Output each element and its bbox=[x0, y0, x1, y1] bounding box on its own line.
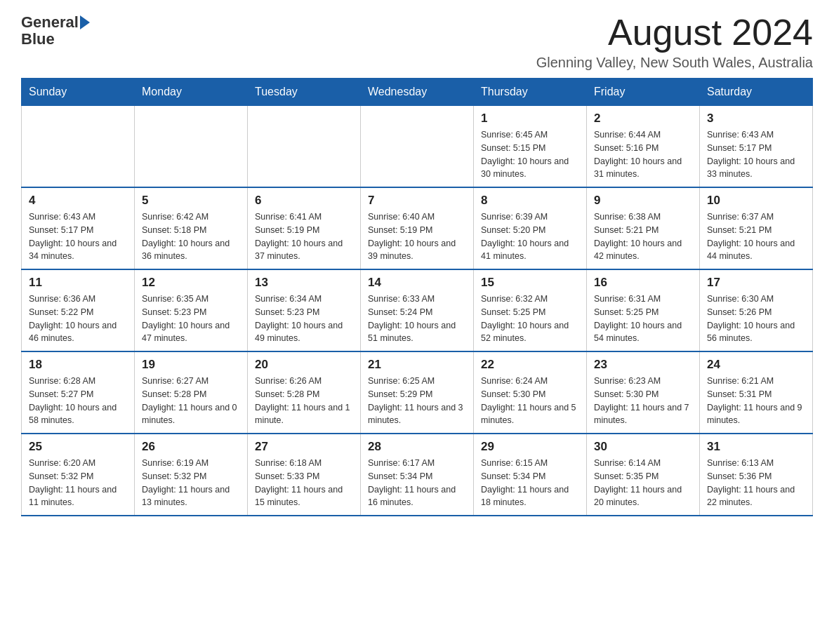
calendar-cell: 19Sunrise: 6:27 AMSunset: 5:28 PMDayligh… bbox=[135, 351, 248, 434]
day-info: Sunrise: 6:37 AMSunset: 5:21 PMDaylight:… bbox=[707, 210, 805, 263]
calendar-cell: 5Sunrise: 6:42 AMSunset: 5:18 PMDaylight… bbox=[135, 187, 248, 269]
day-number: 20 bbox=[255, 358, 353, 372]
calendar-cell bbox=[22, 106, 135, 188]
day-info: Sunrise: 6:32 AMSunset: 5:25 PMDaylight:… bbox=[481, 293, 579, 345]
calendar-cell: 25Sunrise: 6:20 AMSunset: 5:32 PMDayligh… bbox=[22, 434, 135, 516]
day-info: Sunrise: 6:35 AMSunset: 5:23 PMDaylight:… bbox=[142, 293, 240, 345]
day-number: 6 bbox=[255, 194, 353, 208]
calendar-cell: 11Sunrise: 6:36 AMSunset: 5:22 PMDayligh… bbox=[22, 269, 135, 351]
calendar-cell: 12Sunrise: 6:35 AMSunset: 5:23 PMDayligh… bbox=[135, 269, 248, 351]
column-header-sunday: Sunday bbox=[22, 79, 135, 106]
day-number: 16 bbox=[594, 276, 692, 290]
calendar-cell: 4Sunrise: 6:43 AMSunset: 5:17 PMDaylight… bbox=[22, 187, 135, 269]
day-info: Sunrise: 6:14 AMSunset: 5:35 PMDaylight:… bbox=[594, 457, 692, 509]
day-number: 15 bbox=[481, 276, 579, 290]
calendar-cell: 2Sunrise: 6:44 AMSunset: 5:16 PMDaylight… bbox=[587, 106, 700, 188]
column-header-monday: Monday bbox=[135, 79, 248, 106]
day-number: 28 bbox=[368, 440, 466, 454]
calendar-cell: 31Sunrise: 6:13 AMSunset: 5:36 PMDayligh… bbox=[700, 434, 813, 516]
calendar-cell: 8Sunrise: 6:39 AMSunset: 5:20 PMDaylight… bbox=[474, 187, 587, 269]
calendar-cell: 26Sunrise: 6:19 AMSunset: 5:32 PMDayligh… bbox=[135, 434, 248, 516]
day-number: 12 bbox=[142, 276, 240, 290]
day-number: 19 bbox=[142, 358, 240, 372]
day-number: 21 bbox=[368, 358, 466, 372]
day-number: 1 bbox=[481, 112, 579, 126]
day-info: Sunrise: 6:25 AMSunset: 5:29 PMDaylight:… bbox=[368, 375, 466, 427]
day-number: 26 bbox=[142, 440, 240, 454]
calendar-week-row: 18Sunrise: 6:28 AMSunset: 5:27 PMDayligh… bbox=[22, 351, 813, 434]
day-number: 9 bbox=[594, 194, 692, 208]
calendar-cell: 13Sunrise: 6:34 AMSunset: 5:23 PMDayligh… bbox=[248, 269, 361, 351]
calendar-cell: 7Sunrise: 6:40 AMSunset: 5:19 PMDaylight… bbox=[361, 187, 474, 269]
day-number: 2 bbox=[594, 112, 692, 126]
day-number: 22 bbox=[481, 358, 579, 372]
page-header: General Blue August 2024 Glenning Valley… bbox=[21, 14, 813, 71]
day-info: Sunrise: 6:36 AMSunset: 5:22 PMDaylight:… bbox=[29, 293, 127, 345]
day-number: 17 bbox=[707, 276, 805, 290]
calendar-cell: 28Sunrise: 6:17 AMSunset: 5:34 PMDayligh… bbox=[361, 434, 474, 516]
calendar-cell: 1Sunrise: 6:45 AMSunset: 5:15 PMDaylight… bbox=[474, 106, 587, 188]
calendar-week-row: 25Sunrise: 6:20 AMSunset: 5:32 PMDayligh… bbox=[22, 434, 813, 516]
day-number: 23 bbox=[594, 358, 692, 372]
calendar-cell: 6Sunrise: 6:41 AMSunset: 5:19 PMDaylight… bbox=[248, 187, 361, 269]
calendar-cell: 16Sunrise: 6:31 AMSunset: 5:25 PMDayligh… bbox=[587, 269, 700, 351]
calendar-cell: 10Sunrise: 6:37 AMSunset: 5:21 PMDayligh… bbox=[700, 187, 813, 269]
logo-text-blue: Blue bbox=[21, 30, 55, 48]
day-number: 25 bbox=[29, 440, 127, 454]
column-header-tuesday: Tuesday bbox=[248, 79, 361, 106]
calendar-cell: 9Sunrise: 6:38 AMSunset: 5:21 PMDaylight… bbox=[587, 187, 700, 269]
calendar-cell: 18Sunrise: 6:28 AMSunset: 5:27 PMDayligh… bbox=[22, 351, 135, 434]
column-header-thursday: Thursday bbox=[474, 79, 587, 106]
day-info: Sunrise: 6:40 AMSunset: 5:19 PMDaylight:… bbox=[368, 210, 466, 263]
calendar-cell: 21Sunrise: 6:25 AMSunset: 5:29 PMDayligh… bbox=[361, 351, 474, 434]
day-info: Sunrise: 6:21 AMSunset: 5:31 PMDaylight:… bbox=[707, 375, 805, 427]
day-info: Sunrise: 6:28 AMSunset: 5:27 PMDaylight:… bbox=[29, 375, 127, 427]
day-number: 30 bbox=[594, 440, 692, 454]
calendar-week-row: 4Sunrise: 6:43 AMSunset: 5:17 PMDaylight… bbox=[22, 187, 813, 269]
day-number: 14 bbox=[368, 276, 466, 290]
calendar-cell: 15Sunrise: 6:32 AMSunset: 5:25 PMDayligh… bbox=[474, 269, 587, 351]
day-info: Sunrise: 6:26 AMSunset: 5:28 PMDaylight:… bbox=[255, 375, 353, 427]
calendar-cell: 23Sunrise: 6:23 AMSunset: 5:30 PMDayligh… bbox=[587, 351, 700, 434]
calendar-week-row: 1Sunrise: 6:45 AMSunset: 5:15 PMDaylight… bbox=[22, 106, 813, 188]
day-info: Sunrise: 6:20 AMSunset: 5:32 PMDaylight:… bbox=[29, 457, 127, 509]
day-number: 11 bbox=[29, 276, 127, 290]
calendar-cell bbox=[361, 106, 474, 188]
day-number: 4 bbox=[29, 194, 127, 208]
day-info: Sunrise: 6:24 AMSunset: 5:30 PMDaylight:… bbox=[481, 375, 579, 427]
day-info: Sunrise: 6:15 AMSunset: 5:34 PMDaylight:… bbox=[481, 457, 579, 509]
calendar-cell: 29Sunrise: 6:15 AMSunset: 5:34 PMDayligh… bbox=[474, 434, 587, 516]
calendar-cell: 22Sunrise: 6:24 AMSunset: 5:30 PMDayligh… bbox=[474, 351, 587, 434]
column-header-friday: Friday bbox=[587, 79, 700, 106]
logo: General Blue bbox=[21, 14, 90, 48]
day-info: Sunrise: 6:38 AMSunset: 5:21 PMDaylight:… bbox=[594, 210, 692, 263]
logo-arrow-icon bbox=[80, 15, 90, 29]
day-number: 29 bbox=[481, 440, 579, 454]
calendar-cell: 20Sunrise: 6:26 AMSunset: 5:28 PMDayligh… bbox=[248, 351, 361, 434]
day-number: 7 bbox=[368, 194, 466, 208]
month-title: August 2024 bbox=[536, 14, 813, 51]
calendar-cell: 24Sunrise: 6:21 AMSunset: 5:31 PMDayligh… bbox=[700, 351, 813, 434]
calendar-table: SundayMondayTuesdayWednesdayThursdayFrid… bbox=[21, 78, 813, 516]
day-number: 24 bbox=[707, 358, 805, 372]
calendar-header-row: SundayMondayTuesdayWednesdayThursdayFrid… bbox=[22, 79, 813, 106]
calendar-cell: 17Sunrise: 6:30 AMSunset: 5:26 PMDayligh… bbox=[700, 269, 813, 351]
day-info: Sunrise: 6:39 AMSunset: 5:20 PMDaylight:… bbox=[481, 210, 579, 263]
day-info: Sunrise: 6:41 AMSunset: 5:19 PMDaylight:… bbox=[255, 210, 353, 263]
day-info: Sunrise: 6:17 AMSunset: 5:34 PMDaylight:… bbox=[368, 457, 466, 509]
day-info: Sunrise: 6:43 AMSunset: 5:17 PMDaylight:… bbox=[29, 210, 127, 263]
title-area: August 2024 Glenning Valley, New South W… bbox=[536, 14, 813, 71]
day-info: Sunrise: 6:45 AMSunset: 5:15 PMDaylight:… bbox=[481, 128, 579, 181]
day-number: 27 bbox=[255, 440, 353, 454]
column-header-wednesday: Wednesday bbox=[361, 79, 474, 106]
day-info: Sunrise: 6:43 AMSunset: 5:17 PMDaylight:… bbox=[707, 128, 805, 181]
day-number: 8 bbox=[481, 194, 579, 208]
day-info: Sunrise: 6:34 AMSunset: 5:23 PMDaylight:… bbox=[255, 293, 353, 345]
calendar-cell: 14Sunrise: 6:33 AMSunset: 5:24 PMDayligh… bbox=[361, 269, 474, 351]
day-info: Sunrise: 6:42 AMSunset: 5:18 PMDaylight:… bbox=[142, 210, 240, 263]
day-number: 10 bbox=[707, 194, 805, 208]
day-info: Sunrise: 6:18 AMSunset: 5:33 PMDaylight:… bbox=[255, 457, 353, 509]
day-info: Sunrise: 6:44 AMSunset: 5:16 PMDaylight:… bbox=[594, 128, 692, 181]
day-number: 18 bbox=[29, 358, 127, 372]
day-number: 31 bbox=[707, 440, 805, 454]
